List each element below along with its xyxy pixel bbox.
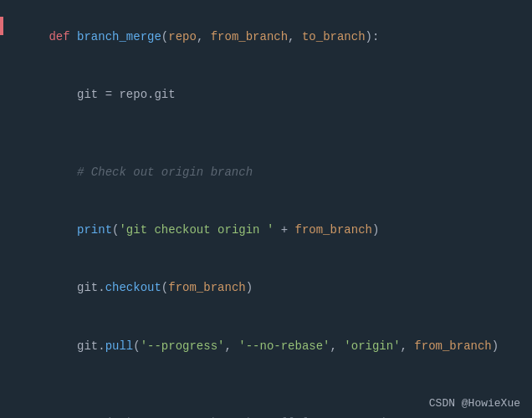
function-name: branch_merge: [77, 30, 161, 43]
code-line-7: git.pull('--progress', '--no-rebase', 'o…: [0, 318, 532, 375]
param-to: to_branch: [302, 30, 366, 43]
param-repo: repo: [168, 30, 197, 43]
code-line-2: git = repo.git: [0, 66, 532, 124]
code-line-blank-1: [0, 125, 532, 144]
def-indicator: [0, 17, 3, 35]
paren-open: (: [161, 30, 168, 43]
paren-close: ): [366, 30, 372, 43]
code-line-blank-2: [0, 375, 532, 395]
code-line-5: print('git checkout origin ' + from_bran…: [0, 201, 532, 259]
keyword-def: def: [49, 30, 77, 43]
code-line-1: def branch_merge(repo, from_branch, to_b…: [0, 8, 532, 66]
line-1-content: def branch_merge(repo, from_branch, to_b…: [7, 8, 522, 66]
param-from: from_branch: [211, 30, 288, 43]
code-line-4: # Check out origin branch: [0, 144, 532, 201]
code-line-6: git.checkout(from_branch): [0, 259, 532, 317]
code-block: def branch_merge(repo, from_branch, to_b…: [0, 0, 532, 418]
watermark: CSDN @HowieXue: [429, 397, 520, 410]
